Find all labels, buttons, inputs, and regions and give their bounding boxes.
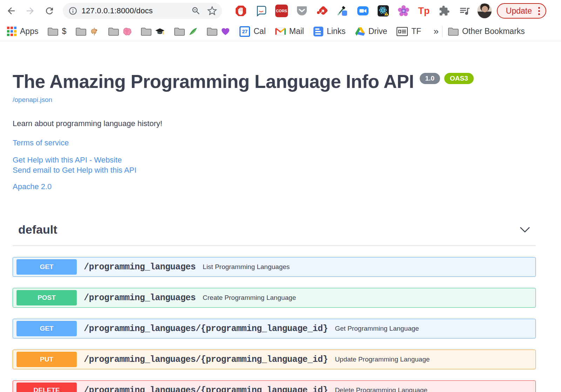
- bookmark-links[interactable]: Links: [313, 27, 346, 36]
- bookmark-label: Drive: [369, 27, 387, 36]
- playlist-icon[interactable]: [458, 5, 471, 17]
- site-info-icon[interactable]: [68, 6, 77, 15]
- bookmark-drive[interactable]: Drive: [355, 27, 387, 36]
- puzzle-icon[interactable]: [438, 5, 451, 17]
- openapi-spec-link[interactable]: /openapi.json: [13, 96, 52, 104]
- url-text[interactable]: 127.0.0.1:8000/docs: [82, 6, 153, 15]
- license-link[interactable]: Apache 2.0: [13, 182, 52, 191]
- endpoint-summary: Update Programming Language: [335, 356, 430, 363]
- reload-icon[interactable]: [43, 5, 55, 17]
- method-badge: PUT: [16, 352, 77, 367]
- folder-icon: [207, 27, 217, 36]
- bookmarks-bar: Apps $ 27 Cal Mail: [0, 22, 561, 41]
- endpoint-row-delete-language[interactable]: DELETE /programming_languages/{programmi…: [13, 380, 536, 392]
- bookmark-label: Other Bookmarks: [462, 27, 525, 36]
- bookmark-label: Apps: [20, 27, 38, 36]
- badge-group: 1.0 OAS3: [420, 73, 474, 84]
- calendar-icon: 27: [239, 26, 250, 37]
- folder-icon: [76, 27, 86, 36]
- method-badge: GET: [16, 259, 77, 275]
- endpoint-row-update-language[interactable]: PUT /programming_languages/{programming_…: [13, 350, 536, 369]
- folder-icon: [448, 27, 459, 36]
- bookmark-folder-herb[interactable]: [174, 27, 197, 36]
- adblock-icon[interactable]: [235, 5, 247, 17]
- method-badge: DELETE: [16, 383, 77, 392]
- folder-icon: [141, 27, 151, 36]
- endpoint-row-list-languages[interactable]: GET /programming_languages List Programm…: [13, 257, 536, 277]
- shortcut-icon[interactable]: [316, 5, 329, 17]
- tf-icon: [397, 27, 408, 36]
- url-bar[interactable]: 127.0.0.1:8000/docs: [63, 3, 222, 19]
- section-header-default[interactable]: default: [13, 223, 536, 246]
- drive-icon: [355, 27, 365, 36]
- bookmark-tf[interactable]: TF: [397, 27, 421, 36]
- more-menu-icon[interactable]: [538, 7, 540, 15]
- chevron-down-icon[interactable]: [520, 227, 530, 233]
- purple-heart-icon: [221, 27, 230, 36]
- carousel-horse-icon: [90, 27, 99, 36]
- gmail-icon: [275, 27, 286, 35]
- video-camera-icon[interactable]: [357, 5, 369, 17]
- update-button[interactable]: Update: [497, 3, 546, 19]
- graduation-cap-icon: [155, 27, 165, 36]
- flower-icon[interactable]: [397, 5, 410, 17]
- other-bookmarks[interactable]: Other Bookmarks: [448, 27, 525, 36]
- page-title: The Amazing Programming Language Info AP…: [13, 71, 414, 92]
- endpoint-path[interactable]: /programming_languages: [84, 293, 196, 303]
- bookmark-folder-purple-heart[interactable]: [207, 27, 230, 36]
- back-icon[interactable]: [6, 5, 17, 17]
- help-email-link[interactable]: Send email to Get Help with this API: [13, 165, 136, 175]
- endpoint-path[interactable]: /programming_languages/{programming_lang…: [84, 324, 328, 334]
- tp-icon[interactable]: Tp: [418, 5, 430, 17]
- bookmarks-overflow-icon[interactable]: »: [433, 26, 438, 37]
- bookmark-mail[interactable]: Mail: [275, 27, 304, 36]
- bookmark-folder-dollar[interactable]: $: [48, 27, 66, 36]
- swagger-page: The Amazing Programming Language Info AP…: [0, 71, 561, 392]
- bookmark-label: $: [62, 27, 66, 36]
- terms-of-service-link[interactable]: Terms of service: [13, 138, 69, 147]
- endpoint-path[interactable]: /programming_languages/{programming_lang…: [84, 355, 328, 365]
- eyedropper-icon[interactable]: [336, 5, 349, 17]
- forward-icon[interactable]: [25, 5, 36, 17]
- profile-avatar[interactable]: [477, 3, 492, 19]
- endpoint-summary: Get Programming Language: [335, 325, 419, 332]
- endpoint-row-get-language[interactable]: GET /programming_languages/{programming_…: [13, 319, 536, 338]
- bookmark-label: TF: [411, 27, 421, 36]
- cors-label: CORS: [276, 9, 287, 13]
- help-website-link[interactable]: Get Help with this API - Website: [13, 155, 122, 165]
- pocket-icon[interactable]: [296, 5, 308, 17]
- endpoint-summary: Create Programming Language: [203, 294, 296, 302]
- bookmark-label: Cal: [254, 27, 266, 36]
- react-devtools-icon[interactable]: [377, 5, 390, 17]
- bookmarks-divider: [442, 26, 442, 37]
- browser-toolbar: 127.0.0.1:8000/docs CORS: [0, 0, 561, 22]
- method-badge: GET: [16, 321, 77, 336]
- endpoint-path[interactable]: /programming_languages: [84, 262, 196, 272]
- folder-icon: [108, 27, 119, 36]
- tp-label: Tp: [418, 6, 430, 16]
- bookmark-calendar[interactable]: 27 Cal: [239, 26, 266, 37]
- oas3-badge: OAS3: [444, 73, 474, 84]
- bookmark-star-icon[interactable]: [207, 6, 217, 16]
- bookmark-folder-brain[interactable]: [108, 27, 131, 36]
- bookmark-label: Mail: [289, 27, 304, 36]
- bookmark-folder-carousel-horse[interactable]: [76, 27, 99, 36]
- apps-grid-icon: [7, 27, 16, 36]
- cors-icon[interactable]: CORS: [275, 5, 288, 17]
- endpoint-row-create-language[interactable]: POST /programming_languages Create Progr…: [13, 288, 536, 308]
- method-badge: POST: [16, 290, 77, 305]
- endpoint-summary: List Programming Languages: [203, 263, 290, 271]
- bookmark-apps[interactable]: Apps: [7, 27, 38, 36]
- endpoint-summary: Delete Programming Language: [335, 386, 427, 392]
- api-description: Learn about programming language history…: [13, 119, 536, 128]
- folder-icon: [174, 27, 185, 36]
- bookmark-label: Links: [327, 27, 346, 36]
- bookmark-folder-graduation-cap[interactable]: [141, 27, 165, 36]
- extensions-strip: CORS: [235, 5, 471, 17]
- section-title: default: [18, 223, 57, 236]
- update-label: Update: [506, 6, 532, 16]
- brain-icon: [122, 27, 131, 36]
- endpoint-path[interactable]: /programming_languages/{programming_lang…: [84, 385, 328, 392]
- zoom-out-icon[interactable]: [191, 6, 201, 16]
- chat-bubble-icon[interactable]: [255, 5, 268, 17]
